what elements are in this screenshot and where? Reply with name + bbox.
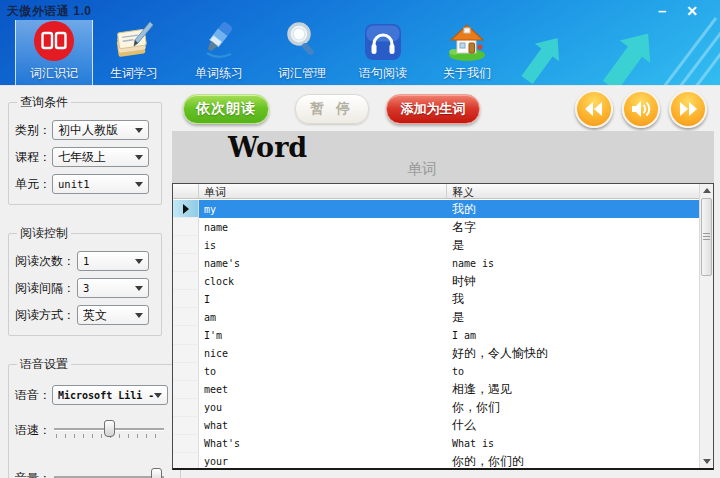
word-cell[interactable]: your — [199, 453, 447, 470]
pause-button[interactable]: 暂 停 — [295, 94, 369, 124]
word-cell[interactable]: is — [199, 236, 447, 254]
word-cell[interactable]: What's — [199, 435, 447, 453]
meaning-cell[interactable]: 名字 — [447, 218, 699, 236]
table-row[interactable]: name名字 — [173, 218, 699, 236]
chevron-down-icon — [135, 155, 143, 164]
table-row[interactable]: nice好的，令人愉快的 — [173, 345, 699, 363]
table-row[interactable]: is是 — [173, 236, 699, 254]
word-cell[interactable]: what — [199, 417, 447, 435]
toolbar-item-new-word-study[interactable]: 生词学习 — [95, 20, 173, 85]
row-selector-cell[interactable] — [173, 345, 199, 363]
word-column-header[interactable]: 单词 — [199, 184, 447, 198]
scrollbar-grip-icon — [703, 233, 710, 241]
word-cell[interactable]: you — [199, 399, 447, 417]
unit-select[interactable]: unit1 — [52, 174, 149, 194]
table-row[interactable]: what什么 — [173, 417, 699, 435]
category-select[interactable]: 初中人教版 — [52, 120, 149, 140]
row-selector-cell[interactable] — [173, 218, 199, 236]
vertical-scrollbar[interactable] — [699, 184, 713, 468]
row-selector-cell[interactable] — [173, 308, 199, 326]
meaning-cell[interactable]: 是 — [447, 308, 699, 326]
word-cell[interactable]: meet — [199, 381, 447, 399]
table-row[interactable]: clock时钟 — [173, 272, 699, 290]
volume-slider[interactable] — [52, 463, 166, 478]
course-label: 课程： — [15, 149, 52, 166]
meaning-cell[interactable]: 你的，你们的 — [447, 453, 699, 470]
read-times-select[interactable]: 1 — [77, 251, 149, 271]
row-selector-cell[interactable] — [173, 399, 199, 417]
read-mode-select[interactable]: 英文 — [77, 305, 149, 325]
row-selector-cell[interactable] — [173, 272, 199, 290]
word-cell[interactable]: I'm — [199, 326, 447, 344]
scroll-down-button[interactable] — [700, 455, 713, 468]
table-row[interactable]: am是 — [173, 308, 699, 326]
row-selector-cell[interactable] — [173, 200, 199, 218]
meaning-cell[interactable]: 是 — [447, 236, 699, 254]
table-row[interactable]: toto — [173, 363, 699, 381]
row-selector-cell[interactable] — [173, 254, 199, 272]
current-word-chinese: 单词 — [172, 160, 714, 179]
volume-slider-thumb[interactable] — [151, 468, 162, 478]
toolbar-item-sentence-reading[interactable]: 语句阅读 — [344, 20, 422, 85]
word-cell[interactable]: I — [199, 290, 447, 308]
meaning-cell[interactable]: 你，你们 — [447, 399, 699, 417]
word-cell[interactable]: name's — [199, 254, 447, 272]
meaning-column-header[interactable]: 释义 — [447, 184, 699, 198]
row-selector-cell[interactable] — [173, 290, 199, 308]
row-selector-cell[interactable] — [173, 453, 199, 470]
row-selector-cell[interactable] — [173, 435, 199, 453]
meaning-cell[interactable]: 我 — [447, 290, 699, 308]
table-row[interactable]: you你，你们 — [173, 399, 699, 417]
word-cell[interactable]: to — [199, 363, 447, 381]
speed-slider[interactable] — [52, 415, 166, 445]
table-row[interactable]: my我的 — [173, 200, 699, 218]
window-controls: – ✕ — [658, 3, 698, 19]
volume-label: 音量： — [15, 470, 52, 478]
toolbar-item-vocabulary-memorize[interactable]: 词汇识记 — [15, 20, 93, 85]
toolbar-item-vocabulary-manage[interactable]: 词汇管理 — [263, 20, 341, 85]
read-in-sequence-button[interactable]: 依次朗读 — [183, 94, 269, 124]
read-interval-select[interactable]: 3 — [77, 278, 149, 298]
meaning-cell[interactable]: 什么 — [447, 417, 699, 435]
table-row[interactable]: What'sWhat is — [173, 435, 699, 453]
scroll-up-button[interactable] — [700, 184, 713, 197]
row-selector-cell[interactable] — [173, 236, 199, 254]
add-to-new-words-button[interactable]: 添加为生词 — [386, 94, 480, 124]
row-selector-cell[interactable] — [173, 417, 199, 435]
meaning-cell[interactable]: I am — [447, 326, 699, 344]
meaning-cell[interactable]: 我的 — [447, 200, 699, 218]
meaning-cell[interactable]: 好的，令人愉快的 — [447, 345, 699, 363]
meaning-cell[interactable]: name is — [447, 254, 699, 272]
next-button[interactable] — [669, 90, 707, 128]
row-selector-cell[interactable] — [173, 326, 199, 344]
speed-slider-thumb[interactable] — [104, 420, 115, 437]
headphones-icon — [362, 20, 404, 63]
row-selector-cell[interactable] — [173, 363, 199, 381]
table-row[interactable]: I我 — [173, 290, 699, 308]
row-selector-cell[interactable] — [173, 381, 199, 399]
word-cell[interactable]: am — [199, 308, 447, 326]
toolbar-item-word-practice[interactable]: 单词练习 — [180, 20, 258, 85]
course-select[interactable]: 七年级上 — [52, 147, 149, 167]
toolbar-item-about-us[interactable]: 关于我们 — [428, 20, 506, 85]
close-button[interactable]: ✕ — [686, 3, 698, 19]
minimize-button[interactable]: – — [658, 6, 666, 16]
meaning-cell[interactable]: to — [447, 363, 699, 381]
table-row[interactable]: I'mI am — [173, 326, 699, 344]
meaning-cell[interactable]: 时钟 — [447, 272, 699, 290]
scrollbar-thumb[interactable] — [701, 198, 712, 276]
previous-button[interactable] — [575, 90, 613, 128]
table-row[interactable]: your你的，你们的 — [173, 453, 699, 470]
toolbar-item-label: 关于我们 — [443, 65, 491, 82]
word-cell[interactable]: name — [199, 218, 447, 236]
meaning-cell[interactable]: What is — [447, 435, 699, 453]
word-cell[interactable]: clock — [199, 272, 447, 290]
meaning-cell[interactable]: 相逢，遇见 — [447, 381, 699, 399]
table-header-row: 单词 释义 — [173, 184, 699, 199]
word-cell[interactable]: my — [199, 200, 447, 218]
voice-select[interactable]: Microsoft Lili - — [52, 385, 168, 405]
table-row[interactable]: name'sname is — [173, 254, 699, 272]
speak-button[interactable] — [622, 90, 660, 128]
table-row[interactable]: meet相逢，遇见 — [173, 381, 699, 399]
word-cell[interactable]: nice — [199, 345, 447, 363]
